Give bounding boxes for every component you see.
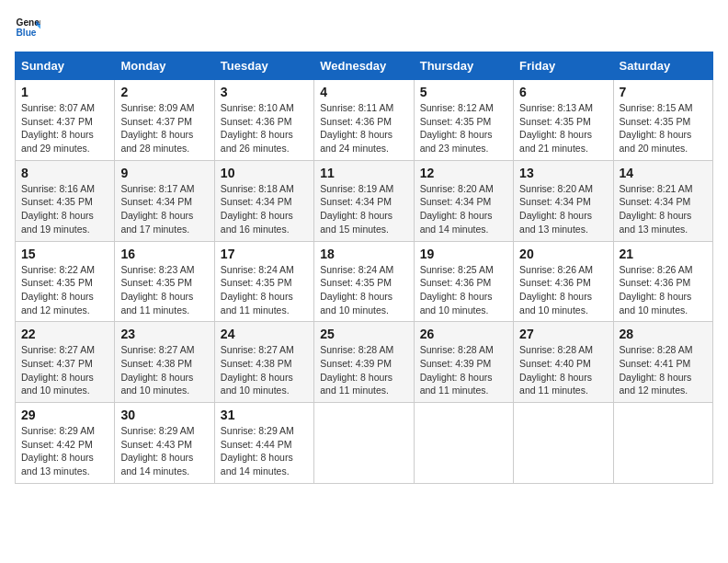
column-header-wednesday: Wednesday	[314, 52, 414, 80]
calendar-cell: 4 Sunrise: 8:11 AM Sunset: 4:36 PM Dayli…	[314, 80, 414, 161]
sunset-label: Sunset: 4:35 PM	[221, 277, 292, 288]
calendar-cell: 27 Sunrise: 8:28 AM Sunset: 4:40 PM Dayl…	[514, 322, 613, 403]
sunset-label: Sunset: 4:43 PM	[120, 439, 192, 450]
week-row-3: 15 Sunrise: 8:22 AM Sunset: 4:35 PM Dayl…	[16, 241, 713, 322]
calendar-body: 1 Sunrise: 8:07 AM Sunset: 4:37 PM Dayli…	[16, 80, 713, 484]
sunset-label: Sunset: 4:39 PM	[420, 358, 492, 369]
daylight-label: Daylight: 8 hours and 16 minutes.	[221, 210, 293, 235]
sunrise-label: Sunrise: 8:10 AM	[221, 102, 294, 113]
calendar-cell	[514, 403, 613, 484]
sunrise-label: Sunrise: 8:23 AM	[120, 264, 194, 275]
sunrise-label: Sunrise: 8:24 AM	[320, 264, 393, 275]
day-info: Sunrise: 8:22 AM Sunset: 4:35 PM Dayligh…	[21, 263, 108, 317]
day-info: Sunrise: 8:28 AM Sunset: 4:40 PM Dayligh…	[519, 343, 607, 397]
day-number: 23	[120, 327, 208, 341]
week-row-1: 1 Sunrise: 8:07 AM Sunset: 4:37 PM Dayli…	[16, 80, 713, 161]
sunrise-label: Sunrise: 8:28 AM	[420, 344, 494, 355]
calendar-cell: 30 Sunrise: 8:29 AM Sunset: 4:43 PM Dayl…	[115, 403, 214, 484]
sunrise-label: Sunrise: 8:18 AM	[221, 183, 294, 194]
sunrise-label: Sunrise: 8:20 AM	[420, 183, 494, 194]
sunrise-label: Sunrise: 8:29 AM	[120, 425, 194, 436]
day-number: 20	[519, 247, 607, 261]
sunset-label: Sunset: 4:37 PM	[21, 116, 93, 127]
page-header: General Blue	[15, 15, 713, 40]
calendar-cell	[414, 403, 513, 484]
day-number: 25	[320, 327, 407, 341]
sunset-label: Sunset: 4:35 PM	[21, 196, 93, 207]
day-info: Sunrise: 8:28 AM Sunset: 4:41 PM Dayligh…	[620, 343, 707, 397]
calendar-header-row: SundayMondayTuesdayWednesdayThursdayFrid…	[16, 52, 713, 80]
sunset-label: Sunset: 4:34 PM	[519, 196, 591, 207]
daylight-label: Daylight: 8 hours and 11 minutes.	[120, 291, 193, 316]
day-info: Sunrise: 8:12 AM Sunset: 4:35 PM Dayligh…	[420, 101, 507, 155]
sunrise-label: Sunrise: 8:26 AM	[519, 264, 593, 275]
day-number: 21	[620, 247, 707, 261]
day-info: Sunrise: 8:13 AM Sunset: 4:35 PM Dayligh…	[519, 101, 607, 155]
sunrise-label: Sunrise: 8:29 AM	[21, 425, 95, 436]
sunset-label: Sunset: 4:41 PM	[620, 358, 691, 369]
day-info: Sunrise: 8:26 AM Sunset: 4:36 PM Dayligh…	[620, 263, 707, 317]
logo: General Blue	[15, 15, 40, 40]
sunrise-label: Sunrise: 8:21 AM	[620, 183, 693, 194]
calendar-cell: 6 Sunrise: 8:13 AM Sunset: 4:35 PM Dayli…	[514, 80, 613, 161]
sunset-label: Sunset: 4:35 PM	[519, 116, 591, 127]
calendar-cell: 21 Sunrise: 8:26 AM Sunset: 4:36 PM Dayl…	[613, 241, 712, 322]
calendar-cell: 18 Sunrise: 8:24 AM Sunset: 4:35 PM Dayl…	[314, 241, 414, 322]
day-number: 19	[420, 247, 507, 261]
day-info: Sunrise: 8:11 AM Sunset: 4:36 PM Dayligh…	[320, 101, 407, 155]
daylight-label: Daylight: 8 hours and 19 minutes.	[21, 210, 94, 235]
day-number: 22	[21, 327, 108, 341]
logo-icon: General Blue	[15, 15, 40, 40]
sunset-label: Sunset: 4:36 PM	[221, 116, 292, 127]
daylight-label: Daylight: 8 hours and 17 minutes.	[120, 210, 193, 235]
day-number: 10	[221, 166, 308, 180]
day-info: Sunrise: 8:27 AM Sunset: 4:37 PM Dayligh…	[21, 343, 108, 397]
day-number: 2	[120, 85, 208, 99]
svg-text:Blue: Blue	[17, 28, 37, 38]
day-number: 15	[21, 247, 108, 261]
daylight-label: Daylight: 8 hours and 12 minutes.	[21, 291, 94, 316]
daylight-label: Daylight: 8 hours and 10 minutes.	[320, 291, 392, 316]
day-number: 30	[120, 408, 208, 422]
daylight-label: Daylight: 8 hours and 10 minutes.	[620, 291, 692, 316]
day-number: 27	[519, 327, 607, 341]
daylight-label: Daylight: 8 hours and 10 minutes.	[519, 291, 592, 316]
sunset-label: Sunset: 4:35 PM	[620, 116, 691, 127]
day-info: Sunrise: 8:23 AM Sunset: 4:35 PM Dayligh…	[120, 263, 208, 317]
calendar-cell: 15 Sunrise: 8:22 AM Sunset: 4:35 PM Dayl…	[16, 241, 115, 322]
calendar-cell: 26 Sunrise: 8:28 AM Sunset: 4:39 PM Dayl…	[414, 322, 513, 403]
day-number: 7	[620, 85, 707, 99]
sunset-label: Sunset: 4:35 PM	[420, 116, 492, 127]
sunrise-label: Sunrise: 8:13 AM	[519, 102, 593, 113]
column-header-thursday: Thursday	[414, 52, 513, 80]
day-info: Sunrise: 8:27 AM Sunset: 4:38 PM Dayligh…	[120, 343, 208, 397]
sunrise-label: Sunrise: 8:28 AM	[320, 344, 393, 355]
daylight-label: Daylight: 8 hours and 14 minutes.	[120, 452, 193, 477]
day-number: 24	[221, 327, 308, 341]
calendar-cell: 7 Sunrise: 8:15 AM Sunset: 4:35 PM Dayli…	[613, 80, 712, 161]
daylight-label: Daylight: 8 hours and 14 minutes.	[221, 452, 293, 477]
sunset-label: Sunset: 4:37 PM	[21, 358, 93, 369]
sunrise-label: Sunrise: 8:19 AM	[320, 183, 393, 194]
daylight-label: Daylight: 8 hours and 24 minutes.	[320, 129, 392, 154]
sunset-label: Sunset: 4:44 PM	[221, 439, 292, 450]
calendar-cell: 20 Sunrise: 8:26 AM Sunset: 4:36 PM Dayl…	[514, 241, 613, 322]
calendar-cell: 25 Sunrise: 8:28 AM Sunset: 4:39 PM Dayl…	[314, 322, 414, 403]
sunset-label: Sunset: 4:34 PM	[221, 196, 292, 207]
day-number: 17	[221, 247, 308, 261]
day-info: Sunrise: 8:15 AM Sunset: 4:35 PM Dayligh…	[620, 101, 707, 155]
day-info: Sunrise: 8:28 AM Sunset: 4:39 PM Dayligh…	[420, 343, 507, 397]
day-info: Sunrise: 8:20 AM Sunset: 4:34 PM Dayligh…	[519, 182, 607, 236]
sunrise-label: Sunrise: 8:09 AM	[120, 102, 194, 113]
calendar-cell: 14 Sunrise: 8:21 AM Sunset: 4:34 PM Dayl…	[613, 160, 712, 241]
daylight-label: Daylight: 8 hours and 13 minutes.	[21, 452, 94, 477]
daylight-label: Daylight: 8 hours and 26 minutes.	[221, 129, 293, 154]
sunrise-label: Sunrise: 8:28 AM	[620, 344, 693, 355]
sunrise-label: Sunrise: 8:11 AM	[320, 102, 393, 113]
day-number: 3	[221, 85, 308, 99]
calendar-cell: 8 Sunrise: 8:16 AM Sunset: 4:35 PM Dayli…	[16, 160, 115, 241]
sunset-label: Sunset: 4:35 PM	[120, 277, 192, 288]
calendar-cell: 3 Sunrise: 8:10 AM Sunset: 4:36 PM Dayli…	[214, 80, 313, 161]
sunrise-label: Sunrise: 8:28 AM	[519, 344, 593, 355]
calendar-cell: 11 Sunrise: 8:19 AM Sunset: 4:34 PM Dayl…	[314, 160, 414, 241]
